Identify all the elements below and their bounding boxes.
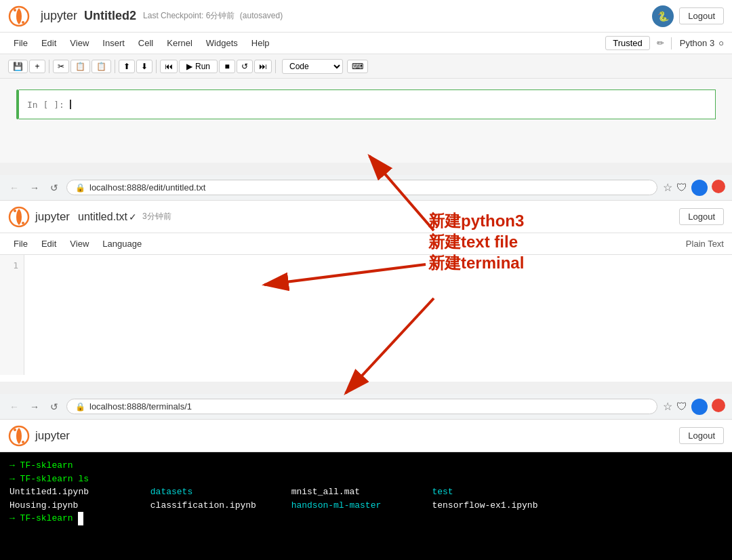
term-prompt-2: → TF-sklearn ls xyxy=(9,474,89,484)
app-name-2: jupyter xyxy=(35,210,70,224)
keyboard-btn[interactable]: ⌨ xyxy=(347,60,368,73)
cell-prompt: In [ ]: xyxy=(27,100,64,110)
move-down-btn[interactable]: ⬇ xyxy=(136,60,152,73)
run-btn[interactable]: ▶ Run xyxy=(179,60,218,73)
term-col2-r1: datasets xyxy=(150,485,286,499)
menu-edit-2[interactable]: Edit xyxy=(36,237,62,251)
fast-forward-btn[interactable]: ⏭ xyxy=(254,60,272,73)
term-prompt-1: → TF-sklearn xyxy=(9,460,73,471)
term-line-4: Housing.ipynb classification.ipynb hands… xyxy=(9,499,723,513)
move-up-btn[interactable]: ⬆ xyxy=(119,60,135,73)
divider xyxy=(671,37,672,49)
forward-btn-3[interactable]: → xyxy=(27,400,42,414)
url-bar-2[interactable]: 🔒 localhost:8888/edit/untitled.txt xyxy=(66,180,657,195)
notebook-body: In [ ]: xyxy=(0,79,732,163)
skip-to-start-btn[interactable]: ⏮ xyxy=(160,60,178,73)
forward-btn[interactable]: → xyxy=(27,181,42,195)
logout-button-2[interactable]: Logout xyxy=(679,208,724,225)
svg-point-8 xyxy=(22,441,24,443)
code-cell[interactable]: In [ ]: xyxy=(19,89,716,119)
kernel-label: Python 3 xyxy=(680,38,714,48)
paste-btn[interactable]: 📋 xyxy=(92,60,111,73)
menu-insert[interactable]: Insert xyxy=(97,36,130,50)
jupyter-logo-2 xyxy=(8,206,30,228)
browser-actions-3: ☆ 🛡 xyxy=(663,399,725,415)
text-editor-panel: ← → ↺ 🔒 localhost:8888/edit/untitled.txt… xyxy=(0,175,732,382)
refresh-btn-3[interactable]: ↺ xyxy=(47,400,61,414)
term-line-1: → TF-sklearn xyxy=(9,459,723,473)
checkpoint-text: Last Checkpoint: 6分钟前 (autosaved) xyxy=(143,10,283,22)
logout-button[interactable]: Logout xyxy=(679,7,724,24)
terminal-header: jupyter Logout xyxy=(0,420,732,452)
extension-dot-3 xyxy=(712,399,725,412)
cut-btn[interactable]: ✂ xyxy=(53,60,69,73)
line-numbers: 1 xyxy=(0,255,24,375)
jupyter-logo-icon xyxy=(8,5,30,27)
menu-help[interactable]: Help xyxy=(246,36,275,50)
header-right: 🐍 Logout xyxy=(652,5,724,27)
shield-btn[interactable]: 🛡 xyxy=(676,180,687,196)
lock-icon-3: 🔒 xyxy=(75,402,85,412)
cell-container[interactable]: In [ ]: xyxy=(16,89,716,119)
copy-btn[interactable]: 📋 xyxy=(70,60,90,73)
stop-btn[interactable]: ■ xyxy=(219,60,235,73)
notebook-menubar: File Edit View Insert Cell Kernel Widget… xyxy=(0,33,732,54)
file-saved-check: ✓ xyxy=(129,212,137,222)
menu-file[interactable]: File xyxy=(8,36,33,50)
svg-point-5 xyxy=(22,222,24,224)
svg-point-7 xyxy=(14,428,16,431)
star-btn[interactable]: ☆ xyxy=(663,180,672,196)
menu-cell[interactable]: Cell xyxy=(133,36,159,50)
term-col3-r2: handson-ml-master xyxy=(291,499,427,513)
editor-filename: untitled.txt xyxy=(78,211,127,223)
menu-language[interactable]: Language xyxy=(97,237,147,251)
term-cursor xyxy=(78,512,83,525)
kernel-status-icon: ○ xyxy=(718,38,724,48)
shield-btn-3[interactable]: 🛡 xyxy=(676,399,687,415)
app-name-3: jupyter xyxy=(35,429,70,443)
editor-content[interactable] xyxy=(24,255,732,375)
menu-view[interactable]: View xyxy=(64,36,94,50)
trusted-button[interactable]: Trusted xyxy=(605,36,650,50)
user-avatar[interactable] xyxy=(691,180,708,196)
add-cell-btn[interactable]: + xyxy=(29,60,45,73)
back-btn[interactable]: ← xyxy=(7,181,22,195)
run-icon: ▶ xyxy=(186,62,192,71)
user-avatar-3[interactable] xyxy=(691,399,708,415)
star-btn-3[interactable]: ☆ xyxy=(663,399,672,415)
cursor xyxy=(70,100,71,109)
term-col1-r2: Housing.ipynb xyxy=(9,499,145,513)
restart-btn[interactable]: ↺ xyxy=(237,60,253,73)
menu-file-2[interactable]: File xyxy=(8,237,33,251)
jupyter-logo xyxy=(8,5,30,27)
cell-type-select[interactable]: Code Markdown Raw xyxy=(282,59,343,74)
menu-edit[interactable]: Edit xyxy=(36,36,62,50)
svg-point-2 xyxy=(22,21,24,24)
browser-bar-3: ← → ↺ 🔒 localhost:8888/terminals/1 ☆ 🛡 xyxy=(0,394,732,420)
url-text-2: localhost:8888/edit/untitled.txt xyxy=(89,182,205,193)
term-line-3: Untitled1.ipynb datasets mnist_all.mat t… xyxy=(9,485,723,499)
logout-button-3[interactable]: Logout xyxy=(679,427,724,444)
notebook-header: jupyter Untitled2 Last Checkpoint: 6分钟前 … xyxy=(0,0,732,33)
extension-dot xyxy=(712,180,725,193)
terminal-body[interactable]: → TF-sklearn → TF-sklearn ls Untitled1.i… xyxy=(0,452,732,560)
menu-view-2[interactable]: View xyxy=(64,237,94,251)
toolbar-divider2 xyxy=(115,60,115,73)
url-text-3: localhost:8888/terminals/1 xyxy=(89,401,192,412)
url-bar-3[interactable]: 🔒 localhost:8888/terminals/1 xyxy=(66,399,657,414)
refresh-btn[interactable]: ↺ xyxy=(47,181,61,195)
term-line-2: → TF-sklearn ls xyxy=(9,473,723,486)
time-ago-label: 3分钟前 xyxy=(142,211,171,222)
term-prompt-final: → TF-sklearn xyxy=(9,513,78,523)
svg-point-1 xyxy=(14,9,16,12)
notebook-app-name: jupyter xyxy=(41,9,77,23)
menu-widgets[interactable]: Widgets xyxy=(201,36,243,50)
text-editor-menubar: File Edit View Language Plain Text xyxy=(0,233,732,255)
menu-kernel[interactable]: Kernel xyxy=(161,36,198,50)
back-btn-3[interactable]: ← xyxy=(7,400,22,414)
notebook-toolbar: 💾 + ✂ 📋 📋 ⬆ ⬇ ⏮ ▶ Run ■ ↺ ⏭ Code Markdow… xyxy=(0,54,732,79)
save-toolbar-btn[interactable]: 💾 xyxy=(8,60,28,73)
term-col2-r2: classification.ipynb xyxy=(150,499,286,513)
notebook-filename: Untitled2 xyxy=(84,9,136,23)
term-col3-r1: mnist_all.mat xyxy=(291,485,427,499)
